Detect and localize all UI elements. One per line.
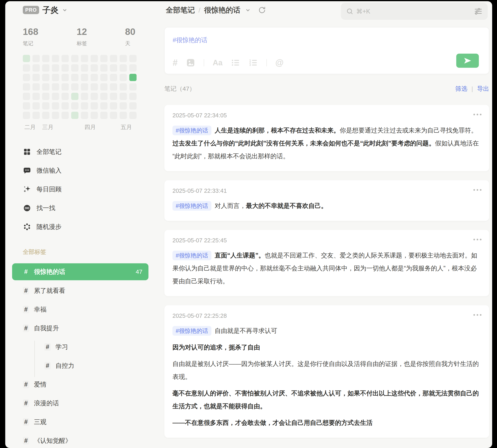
app-window: PRO 子炎 168笔记12标签80天 二月三月四月五月 全部笔记微信输入每日回… (5, 1, 492, 448)
search-placeholder: ⌘+K (356, 8, 474, 15)
note-text-segment: 因为对认可的追求，扼杀了自由 (172, 344, 260, 351)
breadcrumb-current[interactable]: 很惊艳的话 (204, 5, 240, 15)
tag-item[interactable]: #《认知觉醒》 (12, 431, 149, 448)
tag-item[interactable]: #自我提升 (12, 319, 149, 337)
send-button[interactable] (456, 54, 479, 68)
heatmap-cell (110, 93, 117, 100)
note-timestamp: 2025-05-07 22:33:41 (172, 188, 481, 194)
note-text-segment: ——不在意很多东西，才会敢去做，才会让自己用自己想要的方式去生活 (172, 419, 373, 426)
hash-icon: # (23, 268, 29, 276)
filter-sliders-icon[interactable] (474, 7, 482, 16)
note-timestamp: 2025-05-07 22:25:45 (172, 237, 481, 244)
bullet-list-icon[interactable] (231, 58, 240, 67)
user-menu[interactable]: PRO 子炎 (23, 4, 68, 16)
sidebar-item-4[interactable]: 找一找 (23, 199, 62, 217)
more-options-icon[interactable] (473, 314, 481, 316)
heatmap-cell (23, 83, 30, 91)
more-options-icon[interactable] (473, 189, 481, 191)
refresh-icon[interactable] (258, 6, 266, 14)
tag-item[interactable]: #爱情 (12, 375, 149, 394)
note-tag-chip[interactable]: #很惊艳的话 (172, 126, 211, 135)
heatmap-cell (81, 112, 88, 119)
editor-tag-text[interactable]: #很惊艳的话 (173, 36, 207, 44)
breadcrumb-root[interactable]: 全部笔记 (166, 5, 195, 15)
export-link[interactable]: 导出 (477, 85, 489, 93)
chevron-down-icon[interactable] (245, 7, 251, 13)
heatmap-cell (42, 102, 50, 110)
heatmap-cell (81, 55, 88, 62)
tag-label: 《认知觉醒》 (34, 436, 71, 445)
tag-label: 浪漫的话 (34, 399, 59, 407)
tag-label: 幸福 (34, 305, 46, 314)
heatmap-cell (81, 93, 88, 100)
note-card: 2025-05-07 22:33:41#很惊艳的话对人而言，最大的不幸就是不喜欢… (164, 180, 489, 221)
tag-item[interactable]: #很惊艳的话47 (12, 263, 149, 280)
note-paragraph: #很惊艳的话直面“人生课题”。也就是不回避工作、交友、爱之类的人际关系课题，要积… (172, 249, 481, 288)
heatmap-cell (71, 83, 79, 91)
stat-label: 标签 (77, 40, 125, 47)
more-options-icon[interactable] (473, 239, 481, 240)
sidebar-item-3[interactable]: 每日回顾 (23, 180, 62, 199)
more-options-icon[interactable] (473, 114, 481, 115)
tag-item[interactable]: #自控力 (12, 356, 149, 375)
hash-icon[interactable]: # (173, 58, 178, 67)
sparkles-icon (23, 185, 31, 193)
sidebar-nav: 全部笔记微信输入每日回顾找一找随机漫步 (23, 142, 62, 236)
filter-link[interactable]: 筛选 (455, 85, 467, 93)
heatmap-cell (81, 64, 88, 72)
heatmap-cell (91, 55, 98, 62)
format-icon[interactable]: Aa (213, 59, 222, 66)
breadcrumb: 全部笔记 / 很惊艳的话 (166, 4, 266, 16)
heatmap-cell (110, 64, 117, 72)
tag-label: 累了就看看 (34, 287, 65, 295)
sidebar-item-5[interactable]: 随机漫步 (23, 217, 62, 236)
note-text-segment: 最大的不幸就是不喜欢自己。 (246, 202, 327, 209)
heatmap-cell (129, 74, 136, 81)
tag-item[interactable]: #累了就看看 (12, 281, 149, 300)
note-paragraph: ——不在意很多东西，才会敢去做，才会让自己用自己想要的方式去生活 (172, 416, 481, 429)
image-icon[interactable] (186, 58, 195, 67)
tag-label: 自控力 (55, 362, 74, 370)
heatmap-cell (71, 55, 79, 62)
tags-section-header: 全部标签 (23, 248, 46, 256)
tag-item[interactable]: #幸福 (12, 300, 149, 319)
tag-item[interactable]: #浪漫的话 (12, 394, 149, 413)
heatmap-cell (91, 102, 98, 110)
heatmap-cell (23, 74, 30, 81)
note-timestamp: 2025-05-07 22:34:05 (172, 112, 481, 119)
heatmap-cell (42, 93, 50, 100)
note-text-segment: 过去发生了什么与你的“此时此刻”没有任何关系，未来会如何也不是“此时此刻”要考虑… (172, 140, 435, 147)
heatmap-cell (71, 102, 79, 110)
stat-value: 168 (23, 26, 77, 37)
heatmap-cell (129, 55, 136, 62)
heatmap-cell (71, 74, 79, 81)
heatmap-cell (129, 64, 136, 72)
hash-icon: # (23, 381, 29, 388)
stats-row: 168笔记12标签80天 (23, 26, 135, 47)
mention-icon[interactable]: @ (275, 59, 284, 67)
activity-heatmap (23, 55, 136, 119)
find-icon (23, 204, 31, 212)
heatmap-cell (42, 55, 50, 62)
heatmap-cell (91, 83, 98, 91)
note-tag-chip[interactable]: #很惊艳的话 (172, 326, 211, 336)
heatmap-cell (91, 74, 98, 81)
sidebar-item-1[interactable]: 全部笔记 (23, 142, 62, 161)
heatmap-cell (81, 74, 88, 81)
heatmap-cell (33, 55, 40, 62)
heatmap-cell (120, 55, 127, 62)
heatmap-cell (52, 55, 59, 62)
note-tag-chip[interactable]: #很惊艳的话 (172, 201, 211, 211)
tag-item[interactable]: #三观 (12, 413, 149, 431)
stat-label: 天 (125, 40, 135, 47)
search-input[interactable]: ⌘+K (341, 3, 488, 20)
note-editor[interactable]: #很惊艳的话 # Aa 123 @ (164, 27, 489, 74)
chevron-down-icon[interactable] (62, 7, 68, 13)
pro-badge: PRO (23, 6, 39, 14)
note-tag-chip[interactable]: #很惊艳的话 (172, 251, 211, 260)
heatmap-cell (23, 64, 30, 72)
tag-item[interactable]: #学习 (12, 337, 149, 356)
random-walk-icon (23, 223, 31, 231)
sidebar-item-2[interactable]: 微信输入 (23, 161, 62, 180)
ordered-list-icon[interactable]: 123 (249, 58, 258, 67)
